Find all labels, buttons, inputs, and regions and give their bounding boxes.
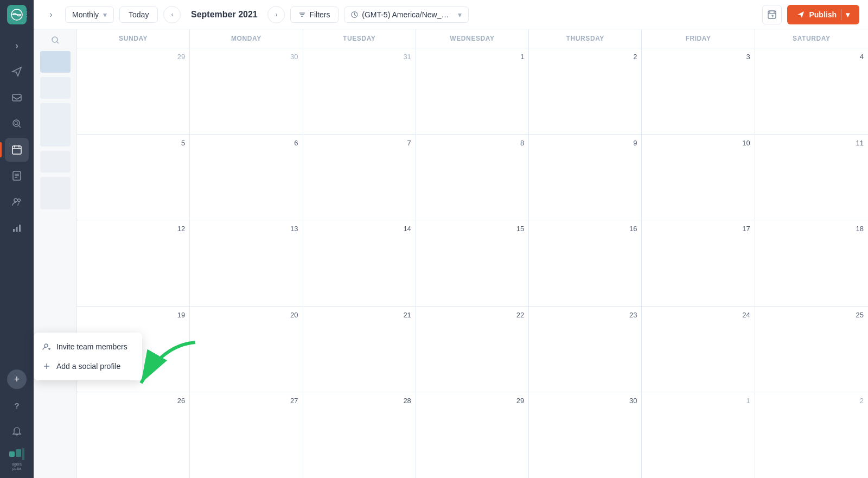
cell-date: 20 (194, 311, 298, 319)
sidebar-item-listening[interactable] (5, 112, 29, 136)
publish-icon (797, 11, 805, 18)
invite-label: Invite team members (56, 342, 127, 351)
calendar-week-5: 262728293012 (77, 392, 868, 478)
calendar-cell[interactable]: 21 (303, 307, 416, 392)
cell-date: 22 (420, 311, 524, 319)
sidebar-item-reports[interactable] (5, 164, 29, 188)
mini-search-icon[interactable] (51, 36, 60, 47)
calendar-cell[interactable]: 13 (190, 220, 303, 306)
timezone-selector[interactable]: (GMT-5) America/New_York... ▾ (344, 7, 469, 23)
chevron-left-icon: ‹ (171, 11, 173, 18)
calendar-cell[interactable]: 22 (416, 307, 529, 392)
today-button[interactable]: Today (119, 7, 158, 23)
calendar-cell[interactable]: 29 (77, 48, 190, 134)
calendar-export-button[interactable] (762, 5, 782, 24)
day-header-thursday: THURSDAY (529, 29, 642, 48)
sidebar: ⋮ › (0, 0, 34, 478)
sidebar-expand[interactable]: › (5, 34, 29, 58)
calendar-cell[interactable]: 26 (77, 392, 190, 478)
calendar-cell[interactable]: 2 (529, 48, 642, 134)
view-selector[interactable]: Monthly ▾ (65, 7, 114, 23)
calendar-cell[interactable]: 11 (755, 135, 868, 220)
cell-date: 17 (646, 225, 750, 233)
calendar-cell[interactable]: 6 (190, 135, 303, 220)
calendar-cell[interactable]: 2 (755, 392, 868, 478)
calendar-area: SUNDAY MONDAY TUESDAY WEDNESDAY THURSDAY… (34, 29, 868, 478)
calendar-cell[interactable]: 29 (416, 392, 529, 478)
calendar-cell[interactable]: 9 (529, 135, 642, 220)
view-label: Monthly (72, 10, 99, 19)
calendar-cell[interactable]: 14 (303, 220, 416, 306)
cell-date: 21 (308, 311, 411, 319)
calendar-cell[interactable]: 30 (529, 392, 642, 478)
cell-date: 7 (308, 139, 411, 147)
sidebar-item-publish[interactable] (5, 60, 29, 84)
sidebar-item-analytics[interactable] (5, 216, 29, 240)
sidebar-notifications[interactable] (5, 419, 29, 443)
brand-label: agora pulse (12, 462, 22, 471)
calendar-cell[interactable]: 17 (642, 220, 755, 306)
cell-date: 2 (760, 397, 864, 405)
calendar-cell[interactable]: 1 (416, 48, 529, 134)
calendar-cell[interactable]: 30 (190, 48, 303, 134)
calendar-cell[interactable]: 25 (755, 307, 868, 392)
timezone-icon (351, 11, 358, 18)
calendar-cell[interactable]: 23 (529, 307, 642, 392)
calendar-cell[interactable]: 16 (529, 220, 642, 306)
popup-overlay: Invite team members Add a social profile (34, 333, 142, 380)
day-header-monday: MONDAY (190, 29, 303, 48)
cell-date: 31 (308, 53, 411, 61)
cell-date: 30 (533, 397, 637, 405)
calendar-cell[interactable]: 18 (755, 220, 868, 306)
cell-date: 14 (308, 225, 411, 233)
publish-button[interactable]: Publish ▾ (787, 5, 859, 24)
calendar-cell[interactable]: 12 (77, 220, 190, 306)
add-button[interactable]: + (7, 369, 27, 389)
svg-point-15 (18, 199, 21, 202)
calendar-cell[interactable]: 24 (642, 307, 755, 392)
cell-date: 12 (81, 225, 185, 233)
calendar-export-icon (767, 10, 777, 20)
calendar-cell[interactable]: 3 (642, 48, 755, 134)
sidebar-item-calendar[interactable] (5, 138, 29, 162)
month-title: September 2021 (186, 10, 262, 20)
calendar-cell[interactable]: 10 (642, 135, 755, 220)
invite-team-members-item[interactable]: Invite team members (34, 337, 142, 356)
timezone-chevron-icon: ▾ (458, 10, 462, 19)
prev-month-button[interactable]: ‹ (163, 6, 181, 23)
sidebar-item-team[interactable] (5, 190, 29, 214)
calendar-cell[interactable]: 4 (755, 48, 868, 134)
expand-icon[interactable]: › (42, 6, 60, 23)
svg-line-33 (57, 42, 59, 43)
svg-point-14 (14, 199, 17, 202)
add-profile-label: Add a social profile (56, 362, 120, 371)
calendar-cell[interactable]: 20 (190, 307, 303, 392)
svg-point-32 (52, 37, 58, 42)
mini-block-1 (40, 51, 71, 73)
mini-block-2 (40, 77, 71, 99)
sidebar-help[interactable]: ? (5, 393, 29, 417)
calendar-cell[interactable]: 27 (190, 392, 303, 478)
sidebar-item-inbox[interactable] (5, 86, 29, 110)
calendar-cell[interactable]: 28 (303, 392, 416, 478)
calendar-cell[interactable]: 31 (303, 48, 416, 134)
cell-date: 9 (533, 139, 637, 147)
cell-date: 29 (81, 53, 185, 61)
filters-button[interactable]: Filters (290, 7, 338, 23)
calendar-cell[interactable]: 1 (642, 392, 755, 478)
calendar-cell[interactable]: 15 (416, 220, 529, 306)
cell-date: 16 (533, 225, 637, 233)
calendar-cell[interactable]: 7 (303, 135, 416, 220)
svg-rect-6 (12, 146, 21, 154)
topbar: › Monthly ▾ Today ‹ September 2021 › Fil… (34, 0, 868, 29)
add-social-profile-item[interactable]: Add a social profile (34, 356, 142, 376)
calendar-cell[interactable]: 5 (77, 135, 190, 220)
next-month-button[interactable]: › (267, 6, 285, 23)
cell-date: 24 (646, 311, 750, 319)
sidebar-dots[interactable]: ⋮ (23, 10, 30, 18)
cell-date: 25 (760, 311, 864, 319)
sidebar-bottom: + ? agora pulse (0, 369, 34, 478)
calendar-cell[interactable]: 8 (416, 135, 529, 220)
calendar-week-4: 19202122232425 (77, 307, 868, 393)
day-header-sunday: SUNDAY (77, 29, 190, 48)
